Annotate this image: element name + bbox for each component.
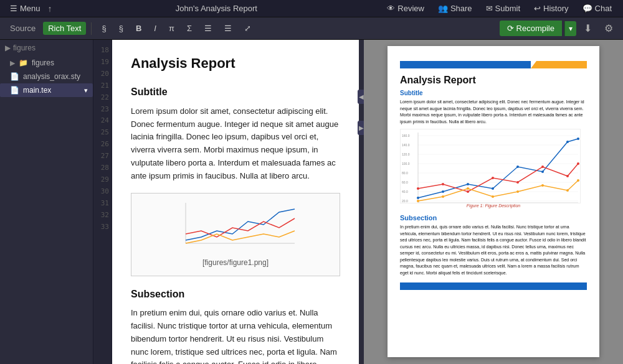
svg-point-42	[566, 189, 569, 192]
submit-icon: ✉	[486, 4, 493, 13]
menu-bar: ☰ Menu ↑ John's Analysis Report 👁 Review…	[0, 0, 623, 17]
menu-icon: ☰	[10, 4, 17, 13]
upload-icon[interactable]: ↑	[48, 4, 52, 14]
folder-icon: ▶	[10, 59, 15, 67]
pdf-subtitle: Subtitle	[400, 90, 587, 96]
sidebar-sty-label: analysis_orax.sty	[23, 72, 80, 81]
share-icon: 👥	[438, 4, 448, 13]
svg-text:60.0: 60.0	[402, 180, 408, 184]
editor-chart-svg	[173, 200, 298, 250]
editor-subtitle: Subtitle	[131, 84, 340, 100]
svg-point-43	[577, 179, 579, 182]
splitter[interactable]: ◀ ▶	[359, 40, 364, 364]
sidebar-header[interactable]: ▶ figures	[0, 40, 93, 56]
svg-point-34	[566, 175, 569, 177]
preview-panel: Analysis Report Subtitle Lorem ipsum dol…	[364, 40, 623, 364]
editor-panel[interactable]: Analysis Report Subtitle Lorem ipsum dol…	[112, 40, 359, 364]
download-pdf-btn[interactable]: ⬇	[579, 21, 597, 36]
sidebar-main-tex-label: main.tex	[23, 86, 51, 95]
svg-point-35	[577, 162, 579, 165]
source-tab[interactable]: Source	[5, 22, 40, 35]
pi-btn[interactable]: π	[164, 22, 179, 35]
sidebar-item-main-tex[interactable]: 📄 main.tex ▾	[0, 83, 93, 97]
svg-point-21	[442, 190, 444, 193]
svg-point-36	[417, 200, 419, 202]
list2-btn[interactable]: ☰	[219, 22, 237, 35]
editor-body1: Lorem ipsum dolor sit amet, consectetur …	[131, 105, 340, 183]
svg-point-31	[492, 177, 494, 179]
editor-figure-caption: [figures/figure1.png]	[138, 257, 333, 269]
toolbar-divider-1	[91, 22, 92, 35]
svg-point-39	[492, 195, 494, 198]
svg-point-27	[577, 138, 579, 140]
svg-point-32	[516, 181, 519, 184]
svg-point-30	[467, 190, 469, 193]
bold-btn[interactable]: B	[131, 22, 146, 35]
main-layout: ▶ figures ▶ 📁 figures 📄 analysis_orax.st…	[0, 40, 623, 364]
menu-button[interactable]: ☰ Menu	[5, 2, 45, 14]
recompile-label: Recompile	[516, 24, 554, 33]
svg-point-29	[442, 183, 444, 185]
svg-text:40.0: 40.0	[402, 190, 408, 194]
expand-btn[interactable]: ⤢	[239, 22, 256, 35]
editor-title: Analysis Report	[131, 52, 340, 74]
svg-text:140.0: 140.0	[402, 143, 410, 147]
tex-file-icon: 📄	[10, 86, 19, 95]
pdf-fig-caption: Figure 1: Figure Description	[400, 203, 587, 208]
svg-text:20.0: 20.0	[402, 199, 408, 203]
chevron-right-icon: ▶	[5, 44, 11, 52]
submit-button[interactable]: ✉ Submit	[480, 2, 526, 14]
chevron-down-icon: ▾	[84, 86, 88, 95]
svg-point-24	[516, 166, 519, 168]
svg-point-22	[467, 183, 469, 185]
sidebar: ▶ figures ▶ 📁 figures 📄 analysis_orax.st…	[0, 40, 93, 364]
section-btn-2[interactable]: §	[114, 22, 128, 35]
pdf-body2: In pretium enim dui, quis ornare odio va…	[400, 224, 587, 276]
list1-btn[interactable]: ☰	[199, 22, 217, 35]
italic-btn[interactable]: I	[149, 22, 161, 35]
editor-area: 18 19 20 21 22 23 24 25 26 27 28 29 30 3…	[93, 40, 623, 364]
extra-btn[interactable]: ⚙	[599, 21, 618, 36]
rich-text-tab[interactable]: Rich Text	[43, 22, 86, 35]
sidebar-figures-label: figures	[32, 58, 54, 67]
recompile-button[interactable]: ⟳ Recompile	[500, 21, 562, 36]
svg-point-33	[541, 166, 544, 168]
svg-point-23	[492, 187, 494, 190]
svg-point-25	[541, 170, 544, 173]
editor-subsection: Subsection	[131, 286, 340, 302]
svg-text:120.0: 120.0	[402, 152, 410, 156]
sidebar-item-figures[interactable]: ▶ 📁 figures	[0, 56, 93, 70]
section-btn-1[interactable]: §	[97, 22, 111, 35]
sidebar-root-label: figures	[13, 44, 36, 52]
svg-point-37	[442, 195, 444, 198]
review-icon: 👁	[387, 4, 395, 13]
history-button[interactable]: ↩ History	[528, 2, 574, 14]
svg-text:80.0: 80.0	[402, 171, 408, 175]
svg-point-40	[516, 190, 519, 193]
sigma-btn[interactable]: Σ	[182, 22, 197, 35]
menu-label: Menu	[20, 4, 40, 13]
svg-text:160.0: 160.0	[402, 134, 410, 138]
line-numbers: 18 19 20 21 22 23 24 25 26 27 28 29 30 3…	[93, 40, 112, 364]
chat-button[interactable]: 💬 Chat	[576, 2, 618, 14]
pdf-subsection: Subsection	[400, 214, 587, 222]
sidebar-item-sty[interactable]: 📄 analysis_orax.sty	[0, 70, 93, 83]
pdf-body1: Lorem ipsum dolor sit amet, consectetur …	[400, 99, 587, 125]
editor-body2: In pretium enim dui, quis ornare odio va…	[131, 307, 340, 364]
svg-point-28	[417, 187, 419, 190]
sty-file-icon: 📄	[10, 72, 19, 81]
history-icon: ↩	[534, 4, 541, 13]
svg-point-26	[566, 141, 569, 143]
menu-right: 👁 Review 👥 Share ✉ Submit ↩ History 💬 Ch…	[381, 2, 618, 14]
pdf-chart-svg: 160.0 140.0 120.0 100.0 80.0 60.0 40.0 2…	[400, 129, 581, 203]
pdf-title: Analysis Report	[400, 75, 587, 86]
share-button[interactable]: 👥 Share	[432, 2, 478, 14]
editor-content[interactable]: Analysis Report Subtitle Lorem ipsum dol…	[112, 40, 359, 364]
review-button[interactable]: 👁 Review	[381, 2, 430, 14]
toolbar: Source Rich Text § § B I π Σ ☰ ☰ ⤢ ⟳ Rec…	[0, 17, 623, 40]
app-title: John's Analysis Report	[55, 4, 379, 13]
svg-point-38	[467, 187, 469, 190]
svg-text:100.0: 100.0	[402, 162, 410, 166]
folder-color-icon: 📁	[19, 58, 28, 67]
recompile-dropdown-button[interactable]: ▾	[564, 21, 576, 36]
